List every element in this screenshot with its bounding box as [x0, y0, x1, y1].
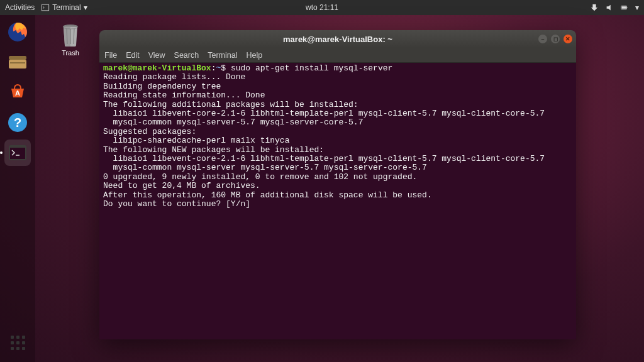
svg-rect-6 [9, 56, 26, 60]
svg-rect-13 [10, 148, 25, 159]
launcher-item-help[interactable]: ? [4, 109, 31, 136]
network-icon[interactable] [590, 3, 599, 12]
battery-icon[interactable] [620, 3, 629, 12]
chevron-down-icon: ▾ [84, 3, 87, 12]
svg-rect-7 [9, 60, 26, 69]
launcher-item-software[interactable]: A [4, 79, 31, 106]
software-icon: A [6, 81, 29, 104]
launcher-item-files[interactable] [4, 49, 31, 75]
launcher-item-firefox[interactable] [4, 19, 31, 45]
menu-terminal[interactable]: Terminal [208, 51, 237, 60]
menu-view[interactable]: View [148, 51, 165, 60]
svg-rect-8 [10, 62, 25, 63]
chevron-down-icon[interactable]: ▾ [635, 3, 639, 12]
svg-text:A: A [15, 89, 20, 97]
launcher-dock: A ? [0, 15, 35, 362]
files-icon [6, 51, 29, 74]
trash-icon [58, 23, 83, 48]
terminal-icon [41, 3, 50, 12]
activities-button[interactable]: Activities [5, 3, 35, 12]
maximize-button[interactable]: ◻ [551, 35, 560, 43]
window-title: marek@marek-VirtualBox: ~ [283, 35, 392, 44]
terminal-menubar: File Edit View Search Terminal Help [99, 48, 576, 63]
close-button[interactable]: ✕ [564, 35, 572, 43]
terminal-icon [6, 141, 29, 164]
desktop-icon-label: Trash [52, 49, 89, 57]
menu-help[interactable]: Help [246, 51, 262, 60]
menu-search[interactable]: Search [174, 51, 199, 60]
help-icon: ? [6, 111, 29, 134]
minimize-button[interactable]: – [538, 35, 547, 43]
app-menu[interactable]: Terminal ▾ [41, 3, 87, 12]
show-applications-button[interactable] [4, 329, 31, 356]
app-menu-label: Terminal [52, 3, 80, 12]
volume-icon[interactable] [605, 3, 614, 12]
terminal-body[interactable]: marek@marek-VirtualBox:~$ sudo apt-get i… [99, 63, 576, 339]
window-titlebar[interactable]: marek@marek-VirtualBox: ~ – ◻ ✕ [99, 30, 576, 48]
menu-edit[interactable]: Edit [126, 51, 140, 60]
svg-rect-3 [627, 7, 628, 8]
desktop-icon-trash[interactable]: Trash [52, 23, 89, 57]
top-bar: Activities Terminal ▾ wto 21:11 ▾ [0, 0, 644, 15]
launcher-item-terminal[interactable] [4, 140, 31, 166]
svg-rect-4 [622, 6, 626, 9]
menu-file[interactable]: File [104, 51, 117, 60]
svg-text:?: ? [14, 116, 21, 129]
firefox-icon [6, 21, 29, 43]
terminal-window: marek@marek-VirtualBox: ~ – ◻ ✕ File Edi… [99, 30, 576, 339]
svg-rect-1 [42, 5, 49, 11]
clock[interactable]: wto 21:11 [306, 3, 338, 12]
